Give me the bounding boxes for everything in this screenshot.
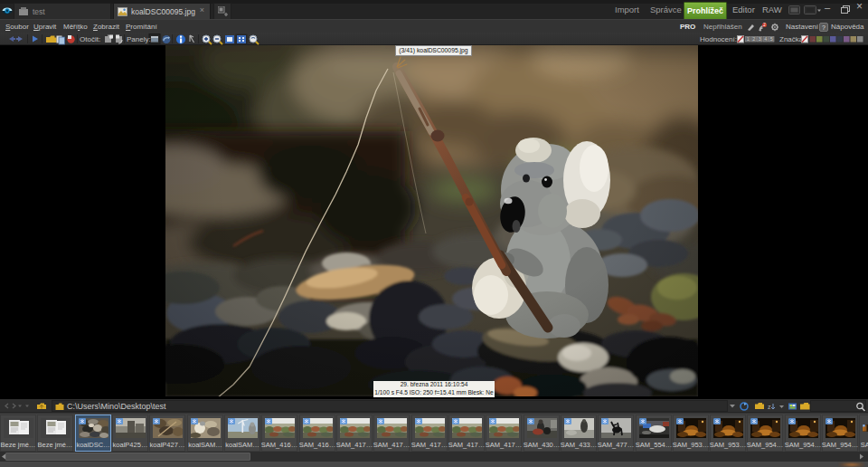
svg-text:1: 1 <box>747 36 750 42</box>
svg-text:z: z <box>768 404 771 410</box>
svg-text:2: 2 <box>752 36 755 42</box>
svg-text:3: 3 <box>759 36 761 42</box>
svg-text:5: 5 <box>770 36 773 42</box>
svg-text:4: 4 <box>764 36 767 42</box>
svg-text:?: ? <box>822 24 826 31</box>
